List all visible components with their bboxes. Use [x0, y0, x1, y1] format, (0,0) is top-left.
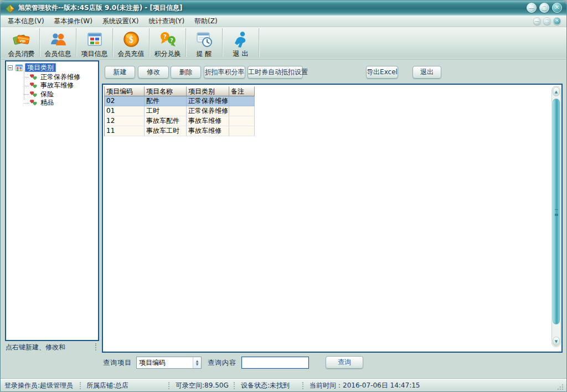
table-cell[interactable]	[229, 116, 255, 126]
project-list-panel: 项目编码项目名称项目类别备注 02配件正常保养维修01工时正常保养维修12事故车…	[102, 84, 563, 353]
table-cell[interactable]: 事故车配件	[145, 116, 187, 126]
minimize-button[interactable]: —	[527, 3, 537, 13]
combo-spinner-icon[interactable]: ▲▼	[193, 357, 201, 368]
mdi-minimize-button[interactable]: —	[533, 17, 541, 25]
menu-item-2[interactable]: 系统设置(X)	[97, 16, 144, 27]
toolbar-button-label: 退 出	[233, 49, 249, 58]
scrollbar-thumb[interactable]	[553, 99, 560, 324]
resize-grip-icon[interactable]	[556, 383, 564, 391]
status-device: 设备状态:未找到	[241, 379, 290, 392]
table-cell[interactable]: 12	[105, 116, 145, 126]
toolbar-separator	[185, 28, 186, 57]
table-cell[interactable]: 正常保养维修	[187, 96, 229, 106]
menu-item-3[interactable]: 统计查询(Y)	[143, 16, 189, 27]
members-icon	[49, 30, 67, 48]
action-button-6[interactable]: 退出	[413, 66, 441, 79]
toolbar-button-reminder-clock[interactable]: 提 醒	[187, 27, 221, 58]
toolbar-separator	[112, 28, 113, 57]
table-cell[interactable]: 事故车工时	[145, 126, 187, 136]
maximize-button[interactable]: ▢	[539, 3, 549, 13]
table-cell[interactable]: 配件	[145, 96, 187, 106]
table-cell[interactable]: 事故车维修	[187, 126, 229, 136]
toolbar-button-label: 会员信息	[45, 49, 71, 58]
tree-item-label: 事故车维修	[39, 81, 75, 90]
table-cell[interactable]	[229, 96, 255, 106]
table-body: 02配件正常保养维修01工时正常保养维修12事故车配件事故车维修11事故车工时事…	[105, 96, 255, 136]
mdi-close-button[interactable]: ✕	[553, 17, 561, 25]
menu-item-0[interactable]: 基本信息(V)	[3, 16, 49, 27]
column-header-0[interactable]: 项目编码	[105, 86, 145, 96]
query-content-label: 查询内容	[208, 357, 236, 369]
query-content-input[interactable]	[241, 357, 309, 369]
toolbar-separator	[222, 28, 223, 57]
table-cell[interactable]: 02	[105, 96, 145, 106]
table-cell[interactable]	[229, 126, 255, 136]
status-separator	[168, 382, 170, 389]
menu-item-1[interactable]: 基本操作(W)	[49, 16, 97, 27]
table-cell[interactable]: 事故车维修	[187, 116, 229, 126]
menubar-items: 基本信息(V)基本操作(W)系统设置(X)统计查询(Y)帮助(Z)	[3, 16, 223, 27]
gift-pair-icon	[29, 81, 38, 90]
toolbar-button-coin[interactable]: $会员充值	[114, 27, 148, 58]
table-row-3[interactable]: 11事故车工时事故车维修	[105, 126, 255, 136]
svg-text:?: ?	[163, 34, 167, 40]
tree-item-2[interactable]: 保险	[29, 90, 55, 99]
tree-item-label: 保险	[39, 90, 55, 99]
status-separator	[302, 382, 304, 389]
scroll-down-icon[interactable]: ▼	[553, 337, 560, 346]
splitter-handle[interactable]	[95, 343, 98, 350]
toolbar-button-label: 项目信息	[81, 49, 108, 58]
query-field-select[interactable]: 项目编码 ▲▼	[136, 357, 202, 369]
toolbar-button-exchange-bubbles[interactable]: ??积分兑换	[150, 27, 185, 58]
table-cell[interactable]: 11	[105, 126, 145, 136]
status-space: 可录空间:89.50G	[176, 379, 229, 392]
table-row-2[interactable]: 12事故车配件事故车维修	[105, 116, 255, 126]
toolbar-button-label: 提 醒	[197, 49, 212, 58]
tree-hint-text: 点右键新建、修改和	[6, 343, 100, 352]
action-button-5[interactable]: 导出Excel	[366, 66, 398, 79]
column-header-1[interactable]: 项目名称	[145, 86, 187, 96]
search-button[interactable]: 查询	[326, 356, 363, 369]
tree-item-label: 精品	[39, 99, 55, 107]
tree-connector-line	[24, 86, 29, 86]
action-button-row: 新建修改删除折扣率积分率工时券自动抵扣设置导出Excel退出	[1, 66, 566, 79]
gift-pair-icon	[29, 99, 38, 107]
toolbar-separator	[259, 28, 259, 57]
mdi-restore-button[interactable]: ❐	[543, 17, 551, 25]
column-header-3[interactable]: 备注	[229, 86, 255, 96]
menu-item-4[interactable]: 帮助(Z)	[189, 16, 223, 27]
toolbar-separator	[149, 28, 150, 57]
action-button-4[interactable]: 工时券自动抵扣设置	[248, 66, 303, 79]
table-cell[interactable]	[229, 106, 255, 116]
close-button[interactable]: ✕	[552, 3, 562, 13]
toolbar-button-project-grid[interactable]: 项目信息	[77, 27, 112, 58]
table-cell[interactable]: 正常保养维修	[187, 106, 229, 116]
content-area: 项目类别 正常保养维修事故车维修保险精品 点右键新建、修改和 新建修改删除折扣率…	[1, 59, 566, 378]
table-row-1[interactable]: 01工时正常保养维修	[105, 106, 255, 116]
table-row-0[interactable]: 02配件正常保养维修	[105, 96, 255, 106]
table-cell[interactable]: 01	[105, 106, 145, 116]
toolbar-button-label: 会员消费	[8, 49, 35, 58]
action-button-1[interactable]: 修改	[138, 66, 169, 79]
tree-connector-line	[24, 103, 29, 104]
column-header-2[interactable]: 项目类别	[187, 86, 229, 96]
toolbar-button-members[interactable]: 会员信息	[40, 27, 75, 58]
tree-item-1[interactable]: 事故车维修	[29, 81, 75, 90]
toolbar-button-label: 会员充值	[118, 49, 145, 58]
scroll-up-icon[interactable]: ▲	[553, 87, 560, 96]
action-button-2[interactable]: 删除	[171, 66, 201, 79]
table-cell[interactable]: 工时	[145, 106, 187, 116]
exchange-bubbles-icon: ??	[159, 30, 177, 48]
toolbar-button-vip-card[interactable]: VIP会员消费	[4, 27, 39, 58]
action-button-0[interactable]: 新建	[105, 66, 135, 79]
statusbar: 登录操作员:超级管理员 所属店铺:总店 可录空间:89.50G 设备状态:未找到…	[1, 378, 566, 392]
menubar: 基本信息(V)基本操作(W)系统设置(X)统计查询(Y)帮助(Z) — ❐ ✕	[1, 16, 566, 27]
reminder-clock-icon	[195, 30, 213, 48]
vip-card-icon: VIP	[13, 30, 30, 48]
tree-item-3[interactable]: 精品	[29, 99, 55, 107]
window-title: 旭荣管理软件--版本:4S店版 9.0(未注册) - [项目信息]	[18, 3, 182, 13]
toolbar-separator	[76, 28, 76, 57]
toolbar-button-exit-person[interactable]: 退 出	[223, 27, 258, 58]
action-button-3[interactable]: 折扣率积分率	[204, 66, 245, 79]
vertical-scrollbar[interactable]: ▲ ▼	[551, 86, 561, 347]
